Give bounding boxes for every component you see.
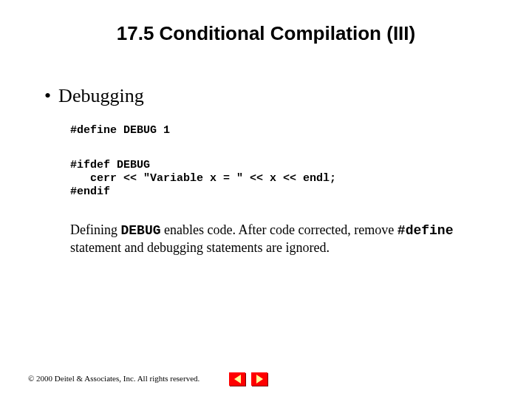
bullet-dot: • [44,85,51,106]
explain-part1: Defining [70,222,120,237]
arrow-right-icon [256,375,263,383]
bullet-debugging: •Debugging [44,85,144,107]
prev-slide-button[interactable] [229,372,245,386]
explain-part2: enables code. After code corrected, remo… [161,222,398,237]
explanation-text: Defining DEBUG enables code. After code … [70,222,488,256]
nav-controls [229,372,267,386]
slide: 17.5 Conditional Compilation (III) •Debu… [0,0,532,399]
explain-code-define: #define [398,223,454,238]
copyright-text: © 2000 Deitel & Associates, Inc. All rig… [28,374,200,383]
next-slide-button[interactable] [251,372,267,386]
code-ifdef-block: #ifdef DEBUG cerr << "Variable x = " << … [70,159,336,199]
arrow-left-icon [234,375,241,383]
code-define: #define DEBUG 1 [70,124,170,137]
bullet-text: Debugging [58,85,144,106]
slide-title: 17.5 Conditional Compilation (III) [0,22,532,45]
explain-part3: statement and debugging statements are i… [70,240,330,255]
footer: © 2000 Deitel & Associates, Inc. All rig… [28,374,200,383]
explain-code-debug: DEBUG [120,223,160,238]
